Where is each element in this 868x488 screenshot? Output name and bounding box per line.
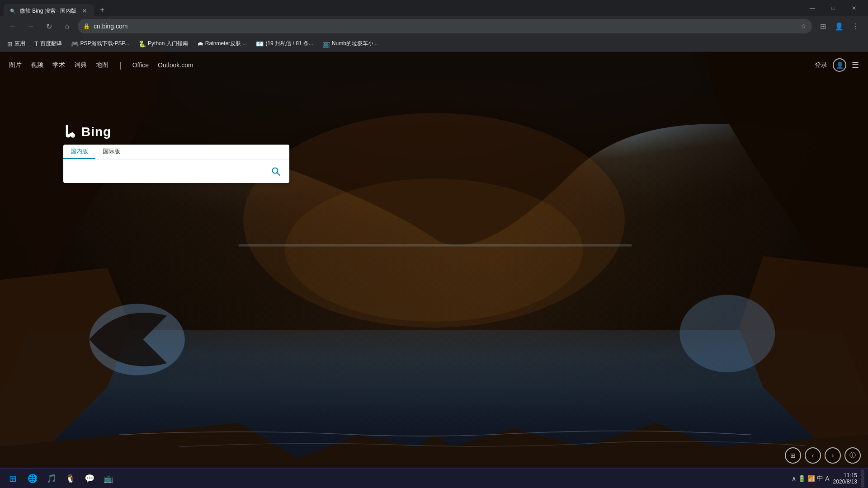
bing-nav-left: 图片 视频 学术 词典 地图 | Office Outlook.com: [9, 59, 193, 71]
close-button[interactable]: ✕: [844, 0, 864, 16]
prev-button[interactable]: ‹: [805, 447, 821, 464]
back-button[interactable]: ←: [5, 19, 20, 33]
svg-point-5: [71, 133, 75, 138]
show-desktop-button[interactable]: [861, 469, 864, 488]
search-tab-domestic[interactable]: 国内版: [63, 145, 95, 159]
tab-close-button[interactable]: ✕: [80, 7, 89, 15]
minimize-button[interactable]: —: [802, 0, 823, 16]
bottom-controls: ⊞ ‹ › ⓘ: [785, 447, 861, 464]
profile-icon[interactable]: 👤: [832, 19, 846, 33]
bookmark-psp[interactable]: 🎮 PSP游戏下载-PSP...: [67, 38, 133, 49]
nav-academic[interactable]: 学术: [52, 59, 65, 71]
menu-icon[interactable]: ⋮: [848, 19, 863, 33]
water-reflection: [0, 330, 868, 465]
refresh-button[interactable]: ↻: [42, 19, 56, 33]
next-button[interactable]: ›: [825, 447, 841, 464]
bookmark-rainmeter[interactable]: 🌧 Rainmeter皮肤 ...: [193, 38, 251, 49]
taskbar-right: ∧ 🔋 📶 中 A 11:15 2020/8/13: [792, 469, 864, 488]
taskbar-qq[interactable]: 🐧: [61, 469, 80, 488]
search-tabs: 国内版 国际版: [63, 145, 289, 160]
nav-separator: |: [119, 61, 122, 70]
bookmark-numb-label: Numb的垃圾车小...: [332, 40, 378, 47]
search-icon: [271, 167, 280, 176]
bookmark-star-icon[interactable]: ☆: [801, 23, 807, 30]
clock-area[interactable]: 11:15 2020/8/13: [833, 472, 857, 485]
search-box: 国内版 国际版: [63, 145, 289, 183]
taskbar: ⊞ 🌐 🎵 🐧 💬 📺 ∧ 🔋 📶 中 A 11:15 2020/8/13: [0, 468, 868, 488]
window-controls: — □ ✕: [802, 0, 864, 16]
title-bar: 🔍 微软 Bing 搜索 - 国内版 ✕ + — □ ✕: [0, 0, 868, 16]
bing-logo: Bing: [63, 124, 289, 140]
bookmark-jd-label: (19 封私信 / 81 条...: [265, 40, 313, 47]
clock-time: 11:15: [844, 472, 857, 479]
taskbar-music[interactable]: 🎵: [42, 469, 61, 488]
nav-video[interactable]: 视频: [31, 59, 43, 71]
maximize-button[interactable]: □: [823, 0, 844, 16]
search-input-row: [63, 160, 289, 183]
python-icon: 🐍: [138, 40, 146, 47]
nav-outlook[interactable]: Outlook.com: [158, 60, 193, 70]
taskbar-wechat[interactable]: 💬: [80, 469, 99, 488]
search-input[interactable]: [67, 164, 266, 179]
svg-line-7: [277, 173, 280, 175]
jd-icon: 📧: [256, 40, 264, 47]
forward-button[interactable]: →: [24, 19, 38, 33]
system-tray: ∧ 🔋 📶 中 A: [792, 474, 829, 483]
tab-title: 微软 Bing 搜索 - 国内版: [20, 7, 77, 15]
extensions-icon[interactable]: ⊞: [816, 19, 830, 33]
bing-nav: 图片 视频 学术 词典 地图 | Office Outlook.com 登录 👤…: [0, 52, 868, 79]
address-bar: ← → ↻ ⌂ 🔒 cn.bing.com ☆ ⊞ 👤 ⋮: [0, 16, 868, 36]
lock-icon: 🔒: [83, 23, 90, 29]
new-tab-button[interactable]: +: [96, 4, 108, 16]
bookmark-apps-label: 应用: [14, 40, 25, 47]
nav-images[interactable]: 图片: [9, 59, 22, 71]
bookmark-rainmeter-label: Rainmeter皮肤 ...: [205, 40, 247, 47]
nav-office[interactable]: Office: [132, 60, 149, 70]
home-button[interactable]: ⌂: [60, 19, 74, 33]
rainmeter-icon: 🌧: [197, 40, 203, 47]
user-avatar-button[interactable]: 👤: [833, 58, 846, 72]
clock-date: 2020/8/13: [833, 479, 857, 485]
bing-logo-text: Bing: [81, 125, 111, 139]
bookmark-psp-label: PSP游戏下载-PSP...: [80, 40, 129, 47]
tab-favicon: 🔍: [9, 7, 16, 14]
carousel-icon[interactable]: ⊞: [785, 447, 801, 464]
address-input-wrap[interactable]: 🔒 cn.bing.com ☆: [78, 19, 812, 33]
bing-nav-right: 登录 👤 ☰: [815, 58, 859, 72]
bookmarks-bar: ⊞ 应用 T 百度翻译 🎮 PSP游戏下载-PSP... 🐍 Python 入门…: [0, 36, 868, 52]
nav-map[interactable]: 地图: [96, 59, 108, 71]
tray-lang-icon: A: [825, 475, 829, 482]
tray-battery-icon: 🔋: [798, 475, 806, 482]
hamburger-menu-icon[interactable]: ☰: [852, 60, 859, 70]
sign-in-text[interactable]: 登录: [815, 61, 827, 69]
tray-up-icon[interactable]: ∧: [792, 475, 796, 482]
nav-dict[interactable]: 词典: [74, 59, 87, 71]
active-tab[interactable]: 🔍 微软 Bing 搜索 - 国内版 ✕: [4, 4, 94, 18]
psp-icon: 🎮: [71, 40, 79, 47]
taskbar-browser[interactable]: 🌐: [24, 469, 42, 488]
search-tab-international[interactable]: 国际版: [95, 145, 127, 159]
search-area: Bing 国内版 国际版: [63, 124, 289, 183]
bing-logo-icon: [63, 124, 78, 140]
apps-icon: ⊞: [7, 40, 13, 47]
tray-network-icon: 📶: [807, 475, 815, 482]
info-button[interactable]: ⓘ: [844, 447, 861, 464]
bookmark-apps[interactable]: ⊞ 应用: [4, 38, 29, 49]
start-button[interactable]: ⊞: [4, 469, 22, 488]
taskbar-apps: 🌐 🎵 🐧 💬 📺: [24, 469, 118, 488]
bookmark-numb[interactable]: 📺 Numb的垃圾车小...: [319, 38, 382, 49]
bookmark-translate[interactable]: T 百度翻译: [31, 38, 66, 49]
bookmark-jd[interactable]: 📧 (19 封私信 / 81 条...: [252, 38, 316, 49]
search-button[interactable]: [266, 161, 286, 181]
translate-icon: T: [34, 40, 38, 47]
bookmark-python[interactable]: 🐍 Python 入门指南: [135, 38, 192, 49]
bookmark-translate-label: 百度翻译: [40, 40, 62, 47]
windows-logo-icon: ⊞: [9, 473, 17, 484]
taskbar-bilibili[interactable]: 📺: [99, 469, 118, 488]
numb-icon: 📺: [322, 40, 330, 47]
page-content: 图片 视频 学术 词典 地图 | Office Outlook.com 登录 👤…: [0, 52, 868, 488]
address-text: cn.bing.com: [94, 23, 797, 30]
bookmark-python-label: Python 入门指南: [148, 40, 188, 47]
tray-zh-icon[interactable]: 中: [817, 474, 823, 483]
tab-area: 🔍 微软 Bing 搜索 - 国内版 ✕ +: [4, 0, 802, 16]
